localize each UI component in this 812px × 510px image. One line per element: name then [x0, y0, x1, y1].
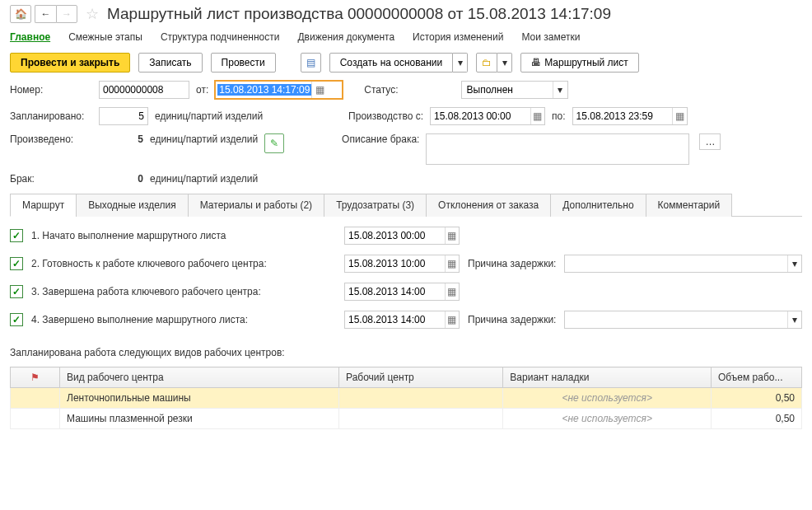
folder-button[interactable]: 🗀 — [476, 53, 497, 73]
chevron-down-icon[interactable]: ▾ — [787, 311, 801, 328]
calendar-icon[interactable]: ▦ — [445, 283, 459, 300]
calendar-icon[interactable]: ▦ — [311, 82, 328, 98]
produced-value: 5 — [99, 133, 143, 145]
from-date-value[interactable]: 15.08.2013 14:17:09 — [217, 84, 311, 96]
stage-date-input[interactable] — [345, 227, 445, 244]
col-type[interactable]: Вид рабочего центра — [60, 367, 339, 388]
defect-label: Брак: — [10, 173, 92, 185]
tab-comment[interactable]: Комментарий — [646, 194, 733, 217]
calendar-icon[interactable]: ▦ — [445, 255, 459, 272]
list-icon-button[interactable]: ▤ — [301, 53, 321, 73]
status-combo[interactable]: ▾ — [461, 81, 568, 99]
defect-units: единиц/партий изделий — [150, 173, 258, 185]
stage-check-2[interactable]: ✓ — [10, 257, 23, 270]
forward-button[interactable]: → — [56, 5, 77, 23]
reason-combo[interactable]: ▾ — [564, 255, 802, 273]
stage-label: 3. Завершена работа ключевого рабочего ц… — [31, 286, 336, 297]
flag-icon: ⚑ — [30, 372, 40, 383]
post-button[interactable]: Провести — [211, 53, 276, 73]
col-setup[interactable]: Вариант наладки — [503, 367, 712, 388]
calendar-icon[interactable]: ▦ — [530, 108, 544, 124]
produced-units: единиц/партий изделий — [150, 133, 258, 145]
col-icon[interactable]: ⚑ — [11, 367, 60, 388]
nav-movements[interactable]: Движения документа — [297, 31, 394, 43]
produced-label: Произведено: — [10, 133, 92, 145]
printer-icon: 🖶 — [531, 57, 541, 68]
stage-check-4[interactable]: ✓ — [10, 313, 23, 326]
nav-history[interactable]: История изменений — [413, 31, 503, 43]
stage-check-1[interactable]: ✓ — [10, 229, 23, 242]
table-row[interactable]: Ленточнопильные машины <не используется>… — [11, 388, 802, 409]
favorite-icon[interactable]: ☆ — [86, 5, 99, 23]
nav-stages[interactable]: Смежные этапы — [68, 31, 142, 43]
stage-date-input[interactable] — [345, 255, 445, 272]
to-label: по: — [552, 110, 566, 122]
write-button[interactable]: Записать — [138, 53, 202, 73]
cell-type: Ленточнопильные машины — [60, 388, 339, 409]
cell-center — [339, 409, 503, 429]
print-route-button[interactable]: 🖶 Маршрутный лист — [520, 53, 639, 73]
tab-deviations[interactable]: Отклонения от заказа — [426, 194, 551, 217]
planned-input[interactable] — [100, 108, 147, 124]
tab-additional[interactable]: Дополнительно — [550, 194, 646, 217]
col-volume[interactable]: Объем рабо... — [712, 367, 802, 388]
edit-produced-button[interactable]: ✎ — [264, 133, 284, 153]
number-input[interactable] — [100, 82, 189, 98]
chevron-down-icon[interactable]: ▾ — [787, 255, 801, 272]
chevron-down-icon[interactable]: ▾ — [553, 82, 567, 98]
reason-combo[interactable]: ▾ — [564, 311, 802, 329]
defectdesc-label: Описание брака: — [342, 133, 419, 145]
tab-route[interactable]: Маршрут — [10, 194, 77, 217]
cell-setup: <не используется> — [503, 388, 712, 409]
planned-label: Запланировано: — [10, 110, 92, 122]
folder-caret[interactable]: ▾ — [497, 53, 512, 73]
cell-type: Машины плазменной резки — [60, 409, 339, 429]
tab-materials[interactable]: Материалы и работы (2) — [188, 194, 324, 217]
col-center[interactable]: Рабочий центр — [339, 367, 503, 388]
page-title: Маршрутный лист производства 00000000008… — [107, 5, 611, 23]
post-and-close-button[interactable]: Провести и закрыть — [10, 53, 130, 73]
stage-label: 2. Готовность к работе ключевого рабочег… — [31, 258, 336, 269]
stage-check-3[interactable]: ✓ — [10, 285, 23, 298]
calendar-icon[interactable]: ▦ — [445, 311, 459, 328]
defect-description-input[interactable] — [426, 133, 689, 165]
stage-label: 4. Завершено выполнение маршрутного лист… — [31, 314, 336, 325]
cell-center — [339, 388, 503, 409]
stage-label: 1. Начато выполнение маршрутного листа — [31, 230, 336, 241]
calendar-icon[interactable]: ▦ — [445, 227, 459, 244]
nav-main[interactable]: Главное — [10, 31, 50, 43]
number-label: Номер: — [10, 84, 92, 96]
from-label: от: — [196, 84, 208, 96]
stage-date-input[interactable] — [345, 311, 445, 328]
reason-label: Причина задержки: — [468, 258, 556, 269]
nav-notes[interactable]: Мои заметки — [521, 31, 580, 43]
reason-label: Причина задержки: — [468, 314, 556, 325]
defectdesc-more[interactable]: … — [699, 133, 721, 150]
nav-structure[interactable]: Структура подчиненности — [161, 31, 280, 43]
calendar-icon[interactable]: ▦ — [672, 108, 686, 124]
cell-volume: 0,50 — [712, 409, 802, 429]
prodfrom-input[interactable] — [431, 108, 530, 124]
back-button[interactable]: ← — [35, 5, 56, 23]
prodto-input[interactable] — [573, 108, 673, 124]
home-button[interactable]: 🏠 — [10, 5, 31, 23]
cell-volume: 0,50 — [712, 388, 802, 409]
workcenters-table: ⚑ Вид рабочего центра Рабочий центр Вари… — [10, 367, 802, 429]
table-row[interactable]: Машины плазменной резки <не используется… — [11, 409, 802, 429]
status-label: Статус: — [364, 84, 398, 96]
prodfrom-label: Производство с: — [348, 110, 423, 122]
cell-setup: <не используется> — [503, 409, 712, 429]
tab-output[interactable]: Выходные изделия — [76, 194, 189, 217]
stage-date-input[interactable] — [345, 283, 445, 300]
create-based-caret[interactable]: ▾ — [453, 53, 468, 73]
planned-units: единиц/партий изделий — [155, 110, 263, 122]
defect-value: 0 — [99, 173, 143, 185]
create-based-button[interactable]: Создать на основании — [329, 53, 454, 73]
workcenters-heading: Запланирована работа следующих видов раб… — [10, 347, 802, 358]
tab-labor[interactable]: Трудозатраты (3) — [324, 194, 427, 217]
pencil-icon: ✎ — [270, 138, 278, 149]
